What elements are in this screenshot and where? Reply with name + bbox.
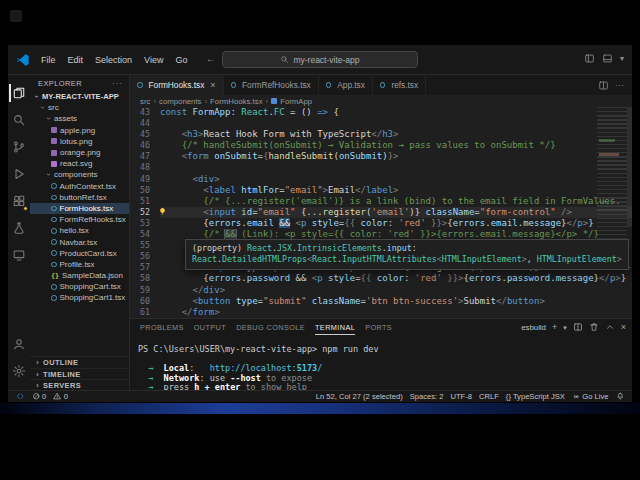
tree-item-assets[interactable]: ›assets — [30, 113, 129, 124]
tree-item-components[interactable]: ›components — [30, 169, 129, 180]
chevron-collapsed-icon[interactable]: › — [34, 370, 41, 379]
activity-remote-explorer[interactable] — [9, 243, 29, 267]
tab-formhooks-tsx[interactable]: FormHooks.tsx× — [130, 75, 224, 95]
tree-item-src[interactable]: ›src — [30, 102, 129, 113]
code-line[interactable]: <input id="email" {...register('email')}… — [160, 207, 632, 218]
editor-gutter[interactable]: 43444546474849505152535455565758596061 — [130, 107, 157, 318]
tree-item-sampledata-json[interactable]: {}SampleData.json — [30, 270, 129, 281]
code-line[interactable]: <button type="submit" className='btn btn… — [160, 296, 632, 307]
panel-tab-output[interactable]: OUTPUT — [194, 320, 226, 335]
section-servers[interactable]: ›SERVERS — [30, 379, 129, 390]
close-tab-icon[interactable]: × — [210, 80, 215, 90]
activity-source-control[interactable] — [9, 135, 29, 159]
activity-testing[interactable] — [9, 216, 29, 240]
chevron-expanded-icon[interactable]: › — [44, 171, 53, 178]
code-line[interactable] — [160, 118, 632, 129]
chevron-expanded-icon[interactable]: › — [38, 104, 47, 111]
panel-tab-ports[interactable]: PORTS — [365, 320, 392, 335]
tree-item-buttonref-tsx[interactable]: buttonRef.tsx — [30, 192, 129, 203]
tree-item-hello-tsx[interactable]: hello.tsx — [30, 225, 129, 236]
code-line[interactable]: {errors.password && <p style={{ color: '… — [160, 273, 632, 284]
breadcrumb-formhooks-tsx[interactable]: FormHooks.tsx — [210, 97, 262, 106]
panel-tab-terminal[interactable]: TERMINAL — [315, 320, 355, 335]
lightbulb-icon[interactable] — [158, 207, 167, 216]
tree-item-shoppingcart1-tsx[interactable]: ShoppingCart1.tsx — [30, 292, 129, 303]
section-outline[interactable]: ›OUTLINE — [30, 357, 129, 368]
code-line[interactable]: <form onSubmit={handleSubmit(onSubmit)}> — [160, 151, 632, 162]
problems-errors[interactable]: 0 — [32, 392, 47, 401]
menu-file[interactable]: File — [36, 53, 61, 67]
minimap[interactable] — [597, 107, 627, 257]
code-line[interactable]: <div> — [160, 174, 632, 185]
code-line[interactable]: const FormApp: React.FC = () => { — [160, 107, 632, 118]
kill-terminal-icon[interactable] — [589, 322, 599, 332]
new-terminal-icon[interactable]: + — [552, 323, 557, 332]
code-line[interactable]: <h3>React Hook Form with TypeScript</h3> — [160, 129, 632, 140]
tree-item-my-react-vite-app[interactable]: ›MY-REACT-VITE-APP — [30, 91, 129, 102]
editor-more-actions-icon[interactable]: ··· — [615, 80, 624, 90]
split-terminal-icon[interactable] — [573, 322, 583, 332]
tree-item-formrefhooks-tsx[interactable]: FormRefHooks.tsx — [30, 214, 129, 225]
chevron-expanded-icon[interactable]: › — [32, 93, 41, 100]
tree-item-apple-png[interactable]: apple.png — [30, 125, 129, 136]
section-timeline[interactable]: ›TIMELINE — [30, 368, 129, 379]
tree-item-formhooks-tsx[interactable]: FormHooks.tsx — [30, 203, 129, 214]
chevron-collapsed-icon[interactable]: › — [34, 381, 41, 390]
breadcrumb-components[interactable]: components — [159, 97, 201, 106]
panel-tab-debug-console[interactable]: DEBUG CONSOLE — [236, 320, 305, 335]
breadcrumb-src[interactable]: src — [140, 97, 150, 106]
cursor-position[interactable]: Ln 52, Col 27 (2 selected) — [316, 392, 403, 401]
command-center[interactable]: my-react-vite-app — [222, 51, 418, 68]
code-line[interactable]: {/* handleSubmit(onSubmit) → Validation … — [160, 140, 632, 151]
menu-selection[interactable]: Selection — [90, 53, 137, 67]
tree-item-profile-tsx[interactable]: Profile.tsx — [30, 259, 129, 270]
remote-indicator[interactable] — [16, 392, 25, 401]
code-line[interactable]: </form> — [160, 307, 632, 318]
menu-go[interactable]: Go — [170, 53, 192, 67]
editor-code[interactable]: const FormApp: React.FC = () => { <h3>Re… — [157, 107, 632, 318]
tree-item-shoppingcart-tsx[interactable]: ShoppingCart.tsx — [30, 281, 129, 292]
tree-item-orange-png[interactable]: orange.png — [30, 147, 129, 158]
indentation[interactable]: Spaces: 2 — [410, 392, 444, 401]
chevron-collapsed-icon[interactable]: › — [34, 358, 41, 367]
breadcrumb-formapp[interactable]: FormApp — [280, 97, 312, 106]
more-actions-icon[interactable]: ··· — [112, 79, 123, 88]
toggle-sidebar-icon[interactable] — [584, 53, 595, 64]
back-arrow-icon[interactable]: ← — [206, 54, 216, 64]
toggle-panel-icon[interactable] — [602, 53, 613, 64]
editor[interactable]: 43444546474849505152535455565758596061 c… — [130, 107, 632, 318]
chevron-expanded-icon[interactable]: › — [44, 115, 53, 122]
editor-scrollbar[interactable] — [627, 107, 632, 318]
encoding[interactable]: UTF-8 — [451, 392, 473, 401]
tree-item-productcard-tsx[interactable]: ProductCard.tsx — [30, 248, 129, 259]
activity-run-debug[interactable] — [9, 162, 29, 186]
notifications[interactable] — [616, 392, 625, 401]
panel-tab-problems[interactable]: PROBLEMS — [140, 320, 184, 335]
tree-item-lotus-png[interactable]: lotus.png — [30, 136, 129, 147]
code-line[interactable]: {/* {...register('email')} is a link (bi… — [160, 196, 632, 207]
split-editor-icon[interactable] — [598, 80, 609, 91]
tree-item-navbar-tsx[interactable]: Navbar.tsx — [30, 236, 129, 247]
close-panel-icon[interactable]: × — [621, 323, 626, 332]
language-mode[interactable]: {} TypeScript JSX — [506, 392, 565, 401]
go-live[interactable]: Go Live — [572, 392, 609, 401]
activity-accounts[interactable] — [9, 332, 29, 356]
activity-search[interactable] — [9, 108, 29, 132]
code-line[interactable] — [160, 162, 632, 173]
tree-item-authcontext-tsx[interactable]: AuthContext.tsx — [30, 181, 129, 192]
eol-sequence[interactable]: CRLF — [479, 392, 499, 401]
customize-layout-icon[interactable]: ▾ — [620, 54, 624, 63]
problems-warnings[interactable]: 0 — [53, 392, 68, 401]
activity-settings[interactable] — [9, 359, 29, 383]
terminal-output[interactable]: PS C:\Users\USER\my-react-vite-app> npm … — [130, 335, 632, 390]
menu-view[interactable]: View — [139, 53, 168, 67]
code-line[interactable]: {errors.email && <p style={{ color: 'red… — [160, 218, 632, 229]
tree-item-react-svg[interactable]: react.svg — [30, 158, 129, 169]
tab-app-tsx[interactable]: App.tsx — [319, 75, 373, 95]
code-line[interactable]: <label htmlFor="email">Email</label> — [160, 185, 632, 196]
terminal-profiles-icon[interactable]: ▾ — [563, 324, 567, 331]
menu-edit[interactable]: Edit — [63, 53, 89, 67]
tab-refs-tsx[interactable]: refs.tsx — [373, 75, 426, 95]
activity-explorer[interactable] — [9, 81, 29, 105]
maximize-panel-icon[interactable] — [605, 322, 615, 332]
